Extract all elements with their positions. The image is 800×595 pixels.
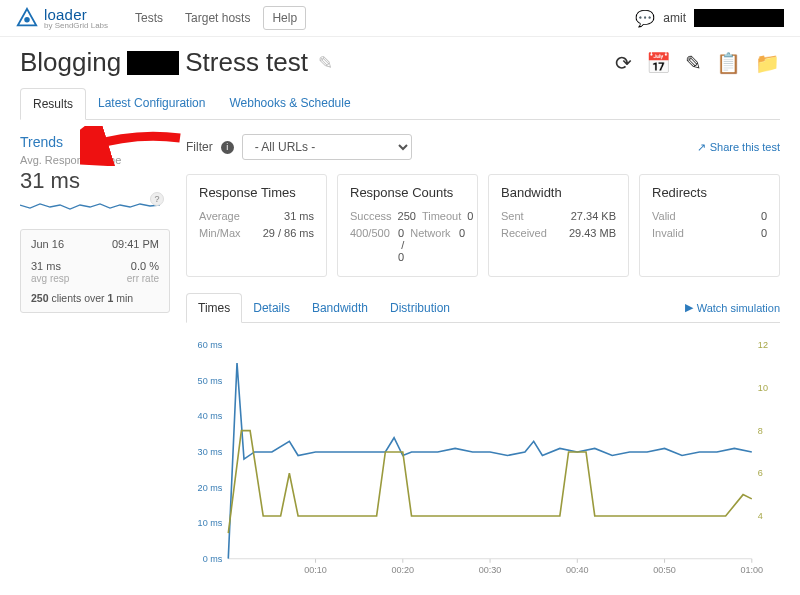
card-title: Redirects (652, 185, 767, 200)
redaction (694, 9, 784, 27)
svg-text:12: 12 (758, 340, 768, 350)
card-redirects: Redirects Valid0 Invalid0 (639, 174, 780, 277)
chart-tabs: Times Details Bandwidth Distribution ▶Wa… (186, 293, 780, 323)
svg-text:00:50: 00:50 (653, 565, 676, 575)
card-title: Bandwidth (501, 185, 616, 200)
trends-sparkline (20, 196, 160, 216)
subtab-details[interactable]: Details (242, 294, 301, 322)
trends-metric-label: Avg. Response Time (20, 154, 170, 166)
topbar: loader by SendGrid Labs Tests Target hos… (0, 0, 800, 37)
main-panel: Filter i - All URLs - ↗Share this test R… (186, 134, 780, 595)
toolbar: ⟳ 📅 ✎ 📋 📁 (615, 51, 780, 75)
brand-name: loader (44, 7, 108, 22)
svg-text:4: 4 (758, 511, 763, 521)
calendar-icon[interactable]: 📅 (646, 51, 671, 75)
svg-text:0 ms: 0 ms (203, 554, 223, 564)
title-suffix: Stress test (185, 47, 308, 78)
run-err-label: err rate (127, 273, 159, 284)
trends-heading[interactable]: Trends (20, 134, 170, 150)
run-date: Jun 16 (31, 238, 64, 250)
nav-hosts[interactable]: Target hosts (176, 6, 259, 30)
redaction (127, 51, 179, 75)
filter-select[interactable]: - All URLs - (242, 134, 412, 160)
top-nav: Tests Target hosts Help (126, 6, 306, 30)
watch-simulation[interactable]: ▶Watch simulation (685, 301, 780, 314)
svg-marker-0 (18, 9, 36, 26)
logo-mark-icon (16, 7, 38, 29)
run-resp-label: avg resp (31, 273, 69, 284)
svg-text:10: 10 (758, 383, 768, 393)
share-link[interactable]: ↗Share this test (697, 141, 780, 154)
svg-point-1 (24, 17, 30, 23)
help-icon[interactable]: ? (150, 192, 164, 206)
logo[interactable]: loader by SendGrid Labs (16, 7, 108, 30)
play-icon: ▶ (685, 301, 693, 314)
trends-metric-value: 31 ms (20, 168, 170, 194)
brand-sub: by SendGrid Labs (44, 22, 108, 30)
user-name: amit (663, 11, 686, 25)
sidebar: Trends Avg. Response Time 31 ms ? Jun 16… (20, 134, 170, 595)
filter-label: Filter (186, 140, 213, 154)
user-menu[interactable]: 💬 amit (635, 9, 784, 28)
nav-help[interactable]: Help (263, 6, 306, 30)
svg-text:8: 8 (758, 426, 763, 436)
tab-results[interactable]: Results (20, 88, 86, 120)
tab-webhooks[interactable]: Webhooks & Schedule (217, 88, 362, 119)
tab-config[interactable]: Latest Configuration (86, 88, 217, 119)
svg-text:00:30: 00:30 (479, 565, 502, 575)
svg-text:40 ms: 40 ms (198, 411, 223, 421)
svg-text:01:00: 01:00 (740, 565, 763, 575)
subtab-times[interactable]: Times (186, 293, 242, 323)
card-response-times: Response Times Average31 ms Min/Max29 / … (186, 174, 327, 277)
card-title: Response Counts (350, 185, 465, 200)
folder-icon[interactable]: 📁 (755, 51, 780, 75)
run-card[interactable]: Jun 16 09:41 PM 31 msavg resp 0.0 %err r… (20, 229, 170, 313)
run-err: 0.0 % (131, 260, 159, 272)
title-prefix: Blogging (20, 47, 121, 78)
card-bandwidth: Bandwidth Sent27.34 KB Received29.43 MB (488, 174, 629, 277)
info-icon[interactable]: i (221, 141, 234, 154)
svg-text:20 ms: 20 ms (198, 483, 223, 493)
chart: 0 ms10 ms20 ms30 ms40 ms50 ms60 ms468101… (186, 331, 780, 595)
run-resp: 31 ms (31, 260, 61, 272)
svg-text:00:40: 00:40 (566, 565, 589, 575)
run-summary: 250 clients over 1 min (31, 292, 159, 304)
svg-text:6: 6 (758, 468, 763, 478)
share-icon: ↗ (697, 141, 706, 154)
refresh-icon[interactable]: ⟳ (615, 51, 632, 75)
main-tabs: Results Latest Configuration Webhooks & … (20, 88, 780, 120)
edit-icon[interactable]: ✎ (318, 52, 333, 74)
card-title: Response Times (199, 185, 314, 200)
svg-text:30 ms: 30 ms (198, 447, 223, 457)
subtab-bandwidth[interactable]: Bandwidth (301, 294, 379, 322)
edit-box-icon[interactable]: ✎ (685, 51, 702, 75)
subtab-distribution[interactable]: Distribution (379, 294, 461, 322)
nav-tests[interactable]: Tests (126, 6, 172, 30)
svg-text:10 ms: 10 ms (198, 518, 223, 528)
svg-text:00:20: 00:20 (391, 565, 414, 575)
svg-text:50 ms: 50 ms (198, 376, 223, 386)
copy-icon[interactable]: 📋 (716, 51, 741, 75)
page-title: Blogging Stress test ✎ (20, 47, 333, 78)
card-response-counts: Response Counts Success250Timeout0 400/5… (337, 174, 478, 277)
svg-text:00:10: 00:10 (304, 565, 327, 575)
svg-text:60 ms: 60 ms (198, 340, 223, 350)
run-time: 09:41 PM (112, 238, 159, 250)
chat-icon[interactable]: 💬 (635, 9, 655, 28)
